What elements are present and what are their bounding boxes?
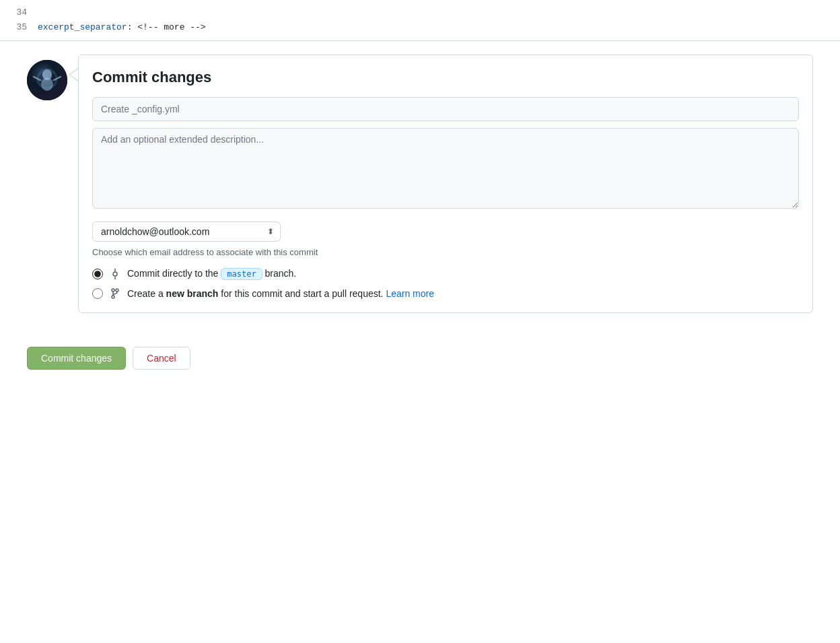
code-line-34: 34 bbox=[0, 5, 840, 20]
code-line-35: 35 excerpt_separator: <!-- more --> bbox=[0, 20, 840, 35]
commit-message-input[interactable] bbox=[92, 97, 799, 121]
avatar-svg bbox=[27, 60, 67, 100]
line-number-34: 34 bbox=[11, 5, 38, 20]
svg-point-9 bbox=[112, 289, 114, 292]
radio-direct-prefix: Commit directly to the bbox=[127, 268, 221, 279]
commit-section: Commit changes arnoldchow@outlook.com ⬍ … bbox=[0, 41, 840, 333]
radio-new-branch-label: Create a new branch for this commit and … bbox=[127, 288, 434, 299]
code-editor: 34 35 excerpt_separator: <!-- more --> bbox=[0, 0, 840, 41]
radio-direct-suffix: branch. bbox=[265, 268, 297, 279]
branch-icon bbox=[110, 288, 120, 299]
email-hint: Choose which email address to associate … bbox=[92, 247, 799, 257]
learn-more-link[interactable]: Learn more bbox=[386, 288, 434, 299]
radio-new-branch-input[interactable] bbox=[92, 288, 103, 299]
commit-changes-button[interactable]: Commit changes bbox=[27, 347, 126, 370]
radio-direct-option[interactable]: Commit directly to the master branch. bbox=[92, 268, 799, 280]
code-key: excerpt_separator bbox=[38, 22, 127, 32]
radio-new-branch-option[interactable]: Create a new branch for this commit and … bbox=[92, 288, 799, 299]
radio-group: Commit directly to the master branch. bbox=[92, 268, 799, 299]
svg-point-11 bbox=[112, 296, 114, 298]
radio-new-branch-suffix: for this commit and start a pull request… bbox=[218, 288, 386, 299]
code-content-35: excerpt_separator: <!-- more --> bbox=[38, 20, 206, 35]
avatar bbox=[27, 60, 67, 100]
avatar-image bbox=[27, 60, 67, 100]
line-number-35: 35 bbox=[11, 20, 38, 35]
radio-direct-input[interactable] bbox=[92, 269, 103, 279]
email-select-wrapper: arnoldchow@outlook.com ⬍ bbox=[92, 222, 281, 242]
email-select[interactable]: arnoldchow@outlook.com bbox=[92, 222, 281, 242]
commit-icon bbox=[110, 269, 120, 279]
radio-new-branch-bold: new branch bbox=[166, 288, 219, 299]
action-buttons: Commit changes Cancel bbox=[0, 333, 840, 383]
commit-description-textarea[interactable] bbox=[92, 128, 799, 209]
svg-point-6 bbox=[113, 272, 117, 276]
radio-direct-label: Commit directly to the master branch. bbox=[127, 268, 296, 280]
branch-badge: master bbox=[221, 268, 262, 280]
radio-new-branch-prefix: Create a bbox=[127, 288, 166, 299]
commit-box: Commit changes arnoldchow@outlook.com ⬍ … bbox=[78, 55, 813, 313]
commit-title: Commit changes bbox=[92, 69, 799, 86]
code-value: <!-- more --> bbox=[132, 22, 205, 32]
cancel-button[interactable]: Cancel bbox=[133, 347, 190, 370]
